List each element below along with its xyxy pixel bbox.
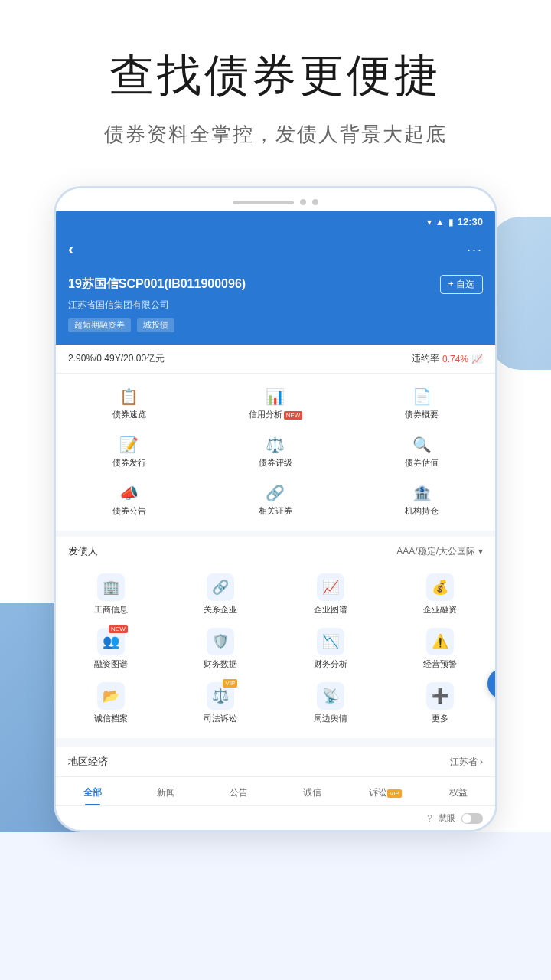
notch-dot-2 [312, 199, 318, 205]
tab-vip-badge: VIP [387, 789, 402, 798]
menu-item-7[interactable]: 🔗 相关证券 [202, 476, 348, 524]
wifi-icon: ▾ [427, 217, 432, 227]
company-icon-8: 📂 [97, 682, 125, 710]
company-item-4[interactable]: NEW 👥 融资图谱 [56, 622, 166, 676]
toggle-knob [462, 814, 471, 823]
phone-footer: ? 慧眼 [56, 806, 495, 830]
region-section[interactable]: 地区经济 江苏省 › [56, 743, 495, 776]
company-item-2[interactable]: 📈 企业图谱 [276, 567, 386, 622]
company-icon-6: 📉 [317, 628, 344, 655]
menu-label-6: 债券公告 [112, 505, 146, 517]
tab-bar: 全部 新闻 公告 诚信 诉讼VIP 权益 [56, 776, 495, 806]
company-label-3: 企业融资 [423, 604, 457, 616]
menu-item-4[interactable]: ⚖️ 债券评级 [202, 428, 348, 476]
menu-label-8: 机构持仓 [405, 505, 439, 517]
company-item-6[interactable]: 📉 财务分析 [276, 622, 386, 676]
company-label-2: 企业图谱 [314, 604, 347, 616]
tab-xinwen[interactable]: 新闻 [129, 783, 203, 802]
company-icon-2: 📈 [317, 573, 344, 601]
menu-item-0[interactable]: 📋 债券速览 [56, 380, 202, 428]
bond-tag-0: 超短期融资券 [68, 318, 131, 332]
bond-company: 江苏省国信集团有限公司 [68, 299, 483, 312]
menu-item-6[interactable]: 📣 债券公告 [56, 476, 202, 524]
company-label-6: 财务分析 [314, 658, 347, 670]
badge-new-icon: NEW [109, 625, 128, 633]
company-icon-7: ⚠️ [426, 628, 454, 655]
company-icon-more: ➕ [426, 682, 454, 710]
bond-stats-right: 违约率 0.74% 📈 [412, 352, 483, 365]
zixuan-button[interactable]: + 自选 [440, 275, 483, 294]
menu-icon-3: 📝 [119, 436, 139, 454]
tab-quanyi[interactable]: 权益 [422, 783, 495, 802]
question-icon: ? [427, 813, 432, 824]
nav-bar: ‹ ··· [56, 232, 495, 267]
main-title: 查找债券更便捷 [31, 46, 520, 106]
menu-item-8[interactable]: 🏦 机构持仓 [349, 476, 495, 524]
menu-icon-7: 🔗 [266, 484, 285, 502]
menu-label-0: 债券速览 [112, 409, 146, 420]
company-icon-3: 💰 [426, 573, 454, 601]
company-item-5[interactable]: 🛡️ 财务数据 [166, 622, 276, 676]
menu-item-1[interactable]: 📊 信用分析NEW [202, 380, 348, 428]
company-label-more: 更多 [432, 713, 448, 724]
menu-item-5[interactable]: 🔍 债券估值 [349, 428, 495, 476]
menu-item-2[interactable]: 📄 债券概要 [349, 380, 495, 428]
notch-dot [300, 199, 306, 205]
tab-quanbu[interactable]: 全部 [56, 783, 129, 802]
menu-icon-4: ⚖️ [266, 436, 285, 454]
company-label-9: 司法诉讼 [204, 713, 237, 724]
more-button[interactable]: ··· [467, 242, 483, 258]
company-icon-1: 🔗 [207, 573, 234, 601]
menu-label-2: 债券概要 [405, 409, 439, 420]
menu-label-3: 债券发行 [112, 457, 146, 469]
company-icon-0: 🏢 [97, 573, 125, 601]
bond-title-row: 19苏国信SCP001(IB011900096) + 自选 [68, 275, 483, 294]
blue-shape-right [490, 217, 551, 370]
menu-label-4: 债券评级 [259, 457, 292, 469]
phone-notch [56, 188, 495, 211]
company-item-7[interactable]: ⚠️ 经营预警 [386, 622, 496, 676]
menu-icon-2: 📄 [412, 387, 432, 406]
issuer-header: 发债人 AAA/稳定/大公国际 ▾ [56, 537, 495, 563]
company-item-0[interactable]: 🏢 工商信息 [56, 567, 166, 622]
issuer-rating: AAA/稳定/大公国际 [396, 545, 475, 558]
menu-label-7: 相关证券 [259, 505, 292, 517]
bond-stats-left: 2.90%/0.49Y/20.00亿元 [68, 352, 165, 365]
tab-gonggao[interactable]: 公告 [202, 783, 276, 802]
bond-tags: 超短期融资券 城投债 [68, 318, 483, 332]
company-label-7: 经营预警 [423, 658, 457, 670]
huiyan-toggle[interactable] [461, 813, 483, 824]
tab-susong[interactable]: 诉讼VIP [349, 783, 422, 802]
company-item-more[interactable]: ➕ 更多 Ai ☰ [386, 676, 496, 730]
issuer-section: 发债人 AAA/稳定/大公国际 ▾ 🏢 工商信息 🔗 关系企业 [56, 537, 495, 738]
top-section: 查找债券更便捷 债券资料全掌控，发债人背景大起底 [0, 0, 551, 178]
signal-icon: ▲ [435, 217, 445, 227]
back-button[interactable]: ‹ [68, 240, 73, 260]
bond-tag-1: 城投债 [137, 318, 174, 332]
menu-label-5: 债券估值 [405, 457, 439, 469]
company-item-1[interactable]: 🔗 关系企业 [166, 567, 276, 622]
sub-title: 债券资料全掌控，发债人背景大起底 [31, 121, 520, 148]
company-label-10: 周边舆情 [314, 713, 347, 724]
battery-icon: ▮ [448, 217, 454, 227]
company-item-8[interactable]: 📂 诚信档案 [56, 676, 166, 730]
bond-header: 19苏国信SCP001(IB011900096) + 自选 江苏省国信集团有限公… [56, 267, 495, 345]
huiyan-label: 慧眼 [439, 812, 455, 824]
menu-grid: 📋 债券速览 📊 信用分析NEW 📄 债券概要 📝 债券发行 ⚖️ [56, 374, 495, 537]
company-icon-10: 📡 [317, 682, 344, 710]
violation-label: 违约率 [412, 352, 439, 365]
tab-chenxin[interactable]: 诚信 [276, 783, 349, 802]
chevron-down-icon: ▾ [478, 546, 483, 557]
menu-item-3[interactable]: 📝 债券发行 [56, 428, 202, 476]
company-label-8: 诚信档案 [94, 713, 128, 724]
company-label-4: 融资图谱 [94, 658, 128, 670]
issuer-value: AAA/稳定/大公国际 ▾ [396, 545, 483, 558]
phone-section: ▾ ▲ ▮ 12:30 ‹ ··· 19苏国信SCP001(IB01190009… [0, 178, 551, 832]
company-item-9[interactable]: VIP ⚖️ 司法诉讼 [166, 676, 276, 730]
company-item-3[interactable]: 💰 企业融资 [386, 567, 496, 622]
company-item-10[interactable]: 📡 周边舆情 [276, 676, 386, 730]
badge-new: NEW [284, 411, 303, 420]
region-value: 江苏省 › [450, 756, 483, 769]
phone-screen: ▾ ▲ ▮ 12:30 ‹ ··· 19苏国信SCP001(IB01190009… [56, 211, 495, 830]
status-icons: ▾ ▲ ▮ 12:30 [427, 216, 483, 227]
